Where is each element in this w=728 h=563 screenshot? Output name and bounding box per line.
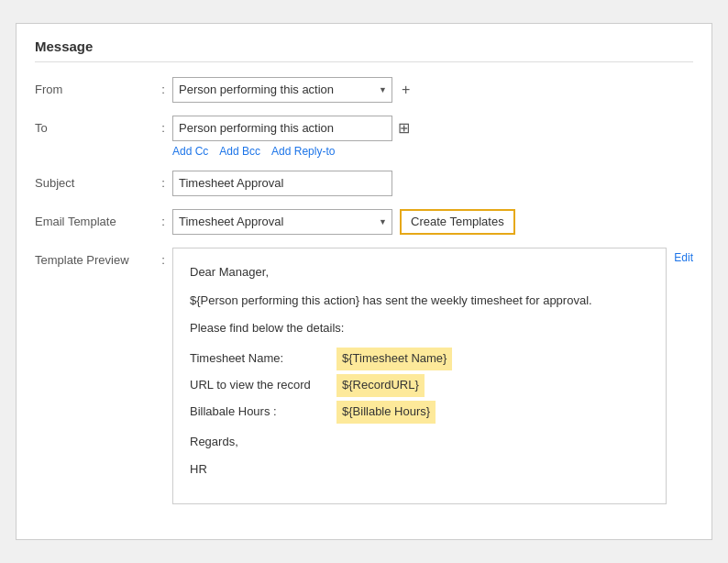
from-content: Person performing this action + <box>172 77 693 103</box>
preview-body-text: ${Person performing this action} has sen… <box>190 293 592 307</box>
to-row-inner: ⊞ <box>172 116 693 141</box>
add-bcc-link[interactable]: Add Bcc <box>219 145 260 158</box>
add-reply-to-link[interactable]: Add Reply-to <box>271 145 335 158</box>
to-colon: : <box>154 116 172 135</box>
detail2-label: URL to view the record <box>190 376 336 395</box>
detail3-label: Billabale Hours : <box>190 403 336 422</box>
detail1-var: ${Timesheet Name} <box>336 348 452 370</box>
subject-input[interactable] <box>172 171 392 196</box>
add-cc-link[interactable]: Add Cc <box>172 145 208 158</box>
from-select-wrapper: Person performing this action <box>172 77 392 103</box>
subject-colon: : <box>154 171 172 190</box>
from-select[interactable]: Person performing this action <box>172 77 392 103</box>
email-template-label: Email Template <box>35 209 154 228</box>
card-title: Message <box>35 39 693 62</box>
message-card: Message From : Person performing this ac… <box>16 23 712 540</box>
template-row-inner: Timesheet Approval Create Templates <box>172 209 693 235</box>
template-preview-label: Template Preview <box>35 248 154 267</box>
detail2-var: ${RecordURL} <box>336 374 425 397</box>
preview-body: ${Person performing this action} has sen… <box>190 292 649 311</box>
to-label: To <box>35 116 154 135</box>
from-colon: : <box>154 77 172 96</box>
template-preview-colon: : <box>154 248 172 267</box>
from-add-button[interactable]: + <box>398 82 414 98</box>
email-template-content: Timesheet Approval Create Templates <box>172 209 693 235</box>
template-preview-box: Dear Manager, ${Person performing this a… <box>172 248 667 504</box>
detail-row-1: Timesheet Name: ${Timesheet Name} <box>190 348 649 370</box>
email-template-row: Email Template : Timesheet Approval Crea… <box>35 209 693 235</box>
subject-row: Subject : <box>35 171 693 196</box>
to-content: ⊞ Add Cc Add Bcc Add Reply-to <box>172 116 693 158</box>
detail1-label: Timesheet Name: <box>190 349 336 369</box>
email-template-select-wrapper: Timesheet Approval <box>172 209 392 235</box>
subject-label: Subject <box>35 171 154 190</box>
detail-row-2: URL to view the record ${RecordURL} <box>190 374 649 397</box>
preview-greeting: Dear Manager, <box>190 263 649 282</box>
email-template-colon: : <box>154 209 172 228</box>
from-row-inner: Person performing this action + <box>172 77 693 103</box>
to-row: To : ⊞ Add Cc Add Bcc Add Reply-to <box>35 116 693 158</box>
preview-signature: HR <box>190 460 649 480</box>
preview-edit-row: Dear Manager, ${Person performing this a… <box>172 248 693 504</box>
to-input[interactable] <box>172 116 392 141</box>
from-label: From <box>35 77 154 96</box>
detail-row-3: Billabale Hours : ${Billable Hours} <box>190 401 649 424</box>
cc-links: Add Cc Add Bcc Add Reply-to <box>172 145 693 158</box>
from-row: From : Person performing this action + <box>35 77 693 103</box>
detail3-var: ${Billable Hours} <box>336 401 436 424</box>
subject-content <box>172 171 693 196</box>
preview-regards: Regards, <box>190 433 649 452</box>
template-details-table: Timesheet Name: ${Timesheet Name} URL to… <box>190 348 649 423</box>
preview-details-intro: Please find below the details: <box>190 319 649 338</box>
create-templates-button[interactable]: Create Templates <box>400 209 515 235</box>
template-preview-row: Template Preview : Dear Manager, ${Perso… <box>35 248 693 504</box>
grid-icon[interactable]: ⊞ <box>398 119 410 137</box>
email-template-select[interactable]: Timesheet Approval <box>172 209 392 235</box>
edit-link[interactable]: Edit <box>674 248 693 264</box>
